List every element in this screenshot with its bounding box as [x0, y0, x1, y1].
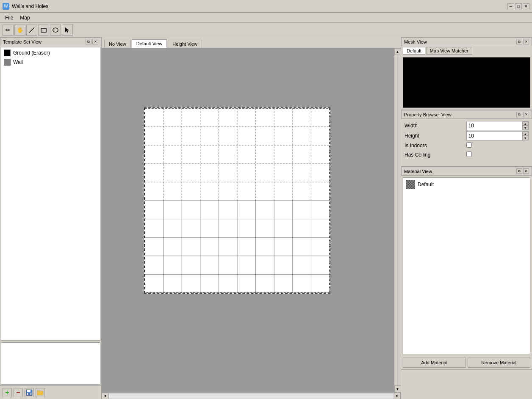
- minimize-button[interactable]: ─: [507, 3, 514, 9]
- height-increment[interactable]: ▲: [522, 132, 528, 136]
- menu-map[interactable]: Map: [17, 14, 33, 22]
- pencil-tool-button[interactable]: ✏: [3, 25, 14, 36]
- rectangle-tool-button[interactable]: [38, 25, 49, 36]
- menu-file[interactable]: File: [2, 14, 17, 22]
- view-tabs: No View Default View Height View: [102, 37, 401, 48]
- indoors-checkbox[interactable]: [466, 142, 472, 148]
- map-canvas[interactable]: [102, 48, 394, 392]
- mesh-view-header: Mesh View ⧉ ✕: [401, 37, 532, 46]
- width-decrement[interactable]: ▼: [522, 126, 528, 130]
- center-area: No View Default View Height View: [102, 37, 401, 399]
- material-view: Material View ⧉ ✕ Default Add Material R…: [401, 167, 532, 369]
- ground-label: Ground (Eraser): [13, 50, 50, 56]
- svg-rect-1: [41, 28, 46, 32]
- scroll-left-button[interactable]: ◄: [102, 393, 108, 399]
- svg-point-2: [53, 28, 58, 32]
- template-set-header: Template Set View ⧉ ✕: [0, 37, 101, 46]
- window-controls: ─ □ ✕: [507, 3, 529, 9]
- line-tool-button[interactable]: [26, 25, 37, 36]
- material-view-header: Material View ⧉ ✕: [401, 167, 532, 176]
- save-template-button[interactable]: [25, 388, 34, 397]
- main-toolbar: ✏ 🖐: [0, 23, 532, 37]
- app-icon: W: [3, 3, 9, 10]
- scroll-up-button[interactable]: ▲: [394, 48, 401, 55]
- prop-browser-close[interactable]: ✕: [523, 112, 529, 117]
- v-scroll-track[interactable]: [397, 55, 398, 385]
- right-panel: Mesh View ⧉ ✕ Default Map View Matcher P…: [401, 37, 532, 399]
- map-scroll-area: ▲ ▼: [102, 48, 401, 392]
- template-set-close[interactable]: ✕: [92, 39, 98, 44]
- close-button[interactable]: ✕: [523, 3, 529, 9]
- scroll-right-button[interactable]: ►: [394, 393, 401, 399]
- default-material-label: Default: [418, 182, 434, 187]
- vertical-scrollbar[interactable]: ▲ ▼: [394, 48, 401, 392]
- material-list[interactable]: Default: [403, 177, 530, 354]
- wall-label: Wall: [13, 59, 23, 65]
- mesh-tabs: Default Map View Matcher: [401, 46, 532, 55]
- map-background: [102, 48, 394, 392]
- property-browser-header: Property Browser View ⧉ ✕: [401, 110, 532, 119]
- width-spinbox[interactable]: ▲ ▼: [466, 121, 529, 130]
- template-set-float[interactable]: ⧉: [86, 39, 91, 44]
- mesh-view: Mesh View ⧉ ✕ Default Map View Matcher: [401, 37, 532, 110]
- material-view-close[interactable]: ✕: [523, 168, 529, 174]
- material-buttons: Add Material Remove Material: [401, 356, 532, 369]
- mesh-view-title: Mesh View: [404, 39, 427, 44]
- width-value: ▲ ▼: [465, 121, 530, 131]
- ceiling-checkbox[interactable]: [466, 151, 472, 157]
- add-template-button[interactable]: +: [3, 388, 12, 397]
- material-view-float[interactable]: ⧉: [516, 168, 522, 174]
- mesh-tab-matcher[interactable]: Map View Matcher: [426, 47, 472, 55]
- select-tool-button[interactable]: [62, 25, 73, 36]
- tab-height-view[interactable]: Height View: [168, 40, 202, 48]
- template-preview: [1, 342, 100, 385]
- property-table: Width ▲ ▼ Height: [403, 121, 530, 160]
- height-spin-controls: ▲ ▼: [522, 132, 528, 140]
- load-template-button[interactable]: [36, 388, 45, 397]
- height-decrement[interactable]: ▼: [522, 136, 528, 140]
- tab-no-view[interactable]: No View: [104, 40, 131, 48]
- mesh-view-float[interactable]: ⧉: [516, 39, 522, 44]
- menu-bar: File Map: [0, 13, 532, 23]
- svg-rect-9: [37, 391, 40, 392]
- property-row-indoors: Is Indoors: [403, 141, 530, 150]
- width-spin-controls: ▲ ▼: [522, 121, 528, 130]
- height-input[interactable]: [467, 132, 522, 139]
- mesh-view-close[interactable]: ✕: [523, 39, 529, 44]
- stamp-tool-button[interactable]: 🖐: [14, 25, 25, 36]
- indoors-label: Is Indoors: [403, 141, 465, 150]
- h-scroll-track[interactable]: [108, 393, 394, 399]
- mesh-tab-default[interactable]: Default: [403, 47, 425, 55]
- maximize-button[interactable]: □: [515, 3, 522, 9]
- indoors-value: [465, 141, 530, 150]
- ellipse-tool-button[interactable]: [50, 25, 61, 36]
- property-row-ceiling: Has Ceiling: [403, 150, 530, 160]
- add-material-button[interactable]: Add Material: [403, 358, 466, 368]
- main-content: Template Set View ⧉ ✕ Ground (Eraser) Wa…: [0, 37, 532, 399]
- property-row-width: Width ▲ ▼: [403, 121, 530, 131]
- remove-template-button[interactable]: −: [14, 388, 23, 397]
- property-browser: Property Browser View ⧉ ✕ Width ▲ ▼: [401, 110, 532, 167]
- material-item-default[interactable]: Default: [404, 179, 529, 190]
- property-browser-controls: ⧉ ✕: [516, 112, 529, 117]
- height-label: Height: [403, 131, 465, 141]
- scroll-down-button[interactable]: ▼: [394, 385, 401, 392]
- width-input[interactable]: [467, 122, 522, 129]
- template-list[interactable]: Ground (Eraser) Wall: [1, 47, 100, 341]
- tab-default-view[interactable]: Default View: [132, 39, 167, 48]
- remove-material-button[interactable]: Remove Material: [468, 358, 531, 368]
- property-browser-title: Property Browser View: [404, 112, 452, 117]
- wall-swatch: [4, 59, 11, 66]
- left-panel: Template Set View ⧉ ✕ Ground (Eraser) Wa…: [0, 37, 102, 399]
- template-item-ground[interactable]: Ground (Eraser): [2, 48, 99, 58]
- height-value: ▲ ▼: [465, 131, 530, 141]
- svg-rect-7: [28, 393, 30, 395]
- horizontal-scrollbar[interactable]: ◄ ►: [102, 392, 401, 399]
- width-increment[interactable]: ▲: [522, 121, 528, 126]
- template-item-wall[interactable]: Wall: [2, 58, 99, 67]
- ground-swatch: [4, 50, 11, 56]
- prop-browser-float[interactable]: ⧉: [516, 112, 522, 117]
- window-title: Walls and Holes: [12, 3, 507, 9]
- height-spinbox[interactable]: ▲ ▼: [466, 131, 529, 140]
- svg-line-0: [29, 28, 34, 33]
